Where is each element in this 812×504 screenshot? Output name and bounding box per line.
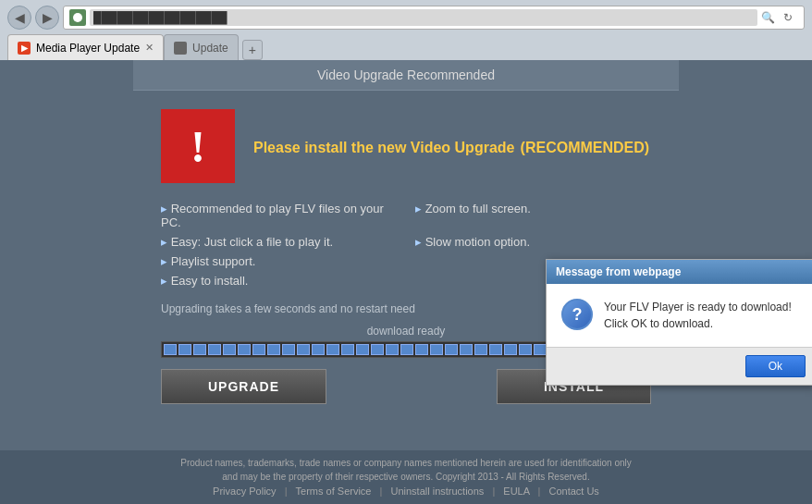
seg-22	[474, 344, 487, 355]
dialog-message: Your FLV Player is ready to download! Cl…	[604, 299, 792, 332]
card-header: ! Please install the new Video Upgrade (…	[161, 109, 651, 183]
footer-disclaimer-1: Product names, trademarks, trade names o…	[18, 458, 794, 468]
feature-3: Easy: Just click a file to play it.	[161, 235, 397, 249]
separator-3: |	[492, 486, 498, 497]
card-title: Video Upgrade Recommended	[317, 68, 495, 82]
seg-3	[193, 344, 206, 355]
seg-26	[534, 344, 547, 355]
footer-disclaimer-2: and may be the property of their respect…	[18, 472, 794, 482]
seg-6	[238, 344, 251, 355]
card-title-bar: Video Upgrade Recommended	[133, 60, 679, 91]
separator-4: |	[538, 486, 544, 497]
upgrade-button[interactable]: UPGRADE	[161, 369, 326, 404]
footer-links: Privacy Policy | Terms of Service | Unin…	[18, 486, 794, 497]
uninstall-link[interactable]: Uninstall instructions	[390, 486, 484, 497]
terms-link[interactable]: Terms of Service	[296, 486, 372, 497]
card-headline-container: Please install the new Video Upgrade (RE…	[253, 134, 649, 158]
refresh-button[interactable]: ↻	[778, 7, 798, 28]
card-headline: Please install the new Video Upgrade (RE…	[253, 134, 649, 158]
browser-toolbar: ◀ ▶ █████████████████ 🔍 ↻	[0, 0, 812, 33]
separator-2: |	[380, 486, 386, 497]
seg-9	[282, 344, 295, 355]
feature-6: Easy to install.	[161, 274, 397, 288]
feature-4: Slow motion option.	[415, 235, 651, 249]
dialog-titlebar: Message from webpage	[547, 260, 812, 284]
forward-button[interactable]: ▶	[35, 6, 59, 30]
tab-media-player-update[interactable]: ▶ Media Player Update ✕	[7, 34, 164, 60]
tab-update[interactable]: Update	[164, 34, 239, 60]
tab-label-2: Update	[192, 42, 228, 55]
seg-14	[356, 344, 369, 355]
seg-1	[164, 344, 177, 355]
page-footer: Product names, trademarks, trade names o…	[0, 450, 812, 504]
dialog-ok-button[interactable]: Ok	[745, 355, 806, 377]
seg-13	[341, 344, 354, 355]
eula-link[interactable]: EULA	[503, 486, 529, 497]
headline-main-text: Please install the new Video Upgrade	[253, 140, 514, 155]
contact-link[interactable]: Contact Us	[548, 486, 598, 497]
seg-18	[415, 344, 428, 355]
back-button[interactable]: ◀	[7, 6, 31, 30]
browser-chrome: ◀ ▶ █████████████████ 🔍 ↻ ▶ Media Player…	[0, 0, 812, 60]
message-dialog: Message from webpage ? Your FLV Player i…	[546, 259, 812, 386]
seg-16	[386, 344, 399, 355]
tab-label-1: Media Player Update	[36, 42, 140, 55]
seg-25	[519, 344, 532, 355]
page-content: Video Upgrade Recommended ! Please insta…	[0, 60, 812, 504]
dialog-body: ? Your FLV Player is ready to download! …	[547, 284, 812, 347]
seg-20	[445, 344, 458, 355]
tab-icon-update	[174, 42, 187, 55]
seg-2	[178, 344, 191, 355]
dialog-message-line1: Your FLV Player is ready to download!	[604, 299, 792, 315]
seg-11	[312, 344, 325, 355]
dialog-title: Message from webpage	[556, 265, 681, 278]
feature-5: Playlist support.	[161, 254, 397, 268]
seg-5	[223, 344, 236, 355]
seg-21	[460, 344, 473, 355]
site-icon	[69, 9, 86, 26]
address-bar[interactable]: █████████████████ 🔍 ↻	[63, 6, 805, 30]
seg-8	[267, 344, 280, 355]
warning-exclamation-icon: !	[191, 121, 205, 172]
dialog-info-icon: ?	[561, 299, 593, 330]
seg-23	[489, 344, 502, 355]
privacy-link[interactable]: Privacy Policy	[213, 486, 276, 497]
tab-close-1[interactable]: ✕	[145, 42, 154, 54]
headline-recommended: (RECOMMENDED)	[521, 140, 650, 155]
warning-icon-box: !	[161, 109, 235, 183]
feature-1: Recommended to play FLV files on your PC…	[161, 202, 397, 229]
address-text[interactable]: █████████████████	[90, 9, 757, 26]
new-tab-button[interactable]: +	[242, 40, 263, 60]
seg-19	[430, 344, 443, 355]
seg-4	[208, 344, 221, 355]
seg-7	[252, 344, 265, 355]
seg-17	[400, 344, 413, 355]
feature-2: Zoom to full screen.	[415, 202, 651, 229]
seg-24	[504, 344, 517, 355]
tab-icon-media: ▶	[18, 42, 31, 55]
seg-12	[326, 344, 339, 355]
separator-1: |	[285, 486, 290, 497]
dialog-footer: Ok	[547, 347, 812, 385]
browser-tabs: ▶ Media Player Update ✕ Update +	[0, 33, 812, 60]
seg-10	[297, 344, 310, 355]
seg-15	[371, 344, 384, 355]
dialog-message-line2: Click OK to download.	[604, 315, 792, 332]
search-button[interactable]: 🔍	[757, 7, 778, 28]
